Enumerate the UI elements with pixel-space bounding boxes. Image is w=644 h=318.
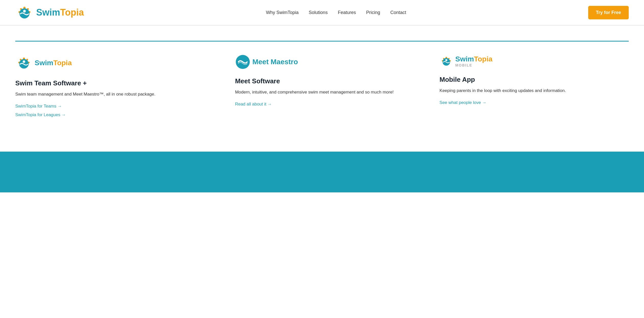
card-mobile-title: Mobile App [439, 76, 629, 84]
swimtopia-leagues-link[interactable]: SwimTopia for Leagues → [15, 112, 205, 117]
nav-links: Why SwimTopia Solutions Features Pricing… [266, 10, 406, 15]
card-swimtopia-description: Swim team management and Meet Maestro™, … [15, 91, 205, 98]
mobile-sublabel: MOBILE [455, 63, 492, 67]
nav-item-solutions[interactable]: Solutions [309, 10, 328, 15]
card-meet-maestro-title: Meet Software [235, 77, 409, 85]
meet-maestro-logo-icon [235, 54, 250, 70]
swimtopia-card-brand: SwimTopia [35, 59, 72, 67]
swimtopia-logo-icon [15, 54, 33, 72]
swimtopia-mobile-brand-text: SwimTopia MOBILE [455, 55, 492, 67]
card-swimtopia: SwimTopia Swim Team Software + Swim team… [15, 41, 220, 131]
cards-grid: SwimTopia Swim Team Software + Swim team… [15, 41, 629, 131]
brand-logo-icon [15, 3, 34, 22]
nav-item-features[interactable]: Features [338, 10, 356, 15]
swimtopia-mobile-logo-icon [439, 54, 453, 68]
svg-point-6 [23, 10, 26, 12]
mobile-love-link[interactable]: See what people love → [439, 100, 629, 105]
nav-item-contact[interactable]: Contact [390, 10, 406, 15]
try-for-free-button[interactable]: Try for Free [588, 6, 629, 19]
card-swimtopia-mobile: SwimTopia MOBILE Mobile App Keeping pare… [424, 41, 629, 131]
brand-logo[interactable]: SwimTopia [15, 3, 84, 22]
nav-item-pricing[interactable]: Pricing [366, 10, 380, 15]
card-swimtopia-title: Swim Team Software + [15, 79, 205, 87]
main-content: SwimTopia Swim Team Software + Swim team… [0, 25, 644, 152]
card-meet-maestro: Meet Maestro Meet Software Modern, intui… [220, 41, 424, 131]
footer-band [0, 152, 644, 192]
swimtopia-teams-link[interactable]: SwimTopia for Teams → [15, 104, 205, 109]
nav-item-why[interactable]: Why SwimTopia [266, 10, 299, 15]
meet-maestro-brand: Meet Maestro [252, 58, 298, 66]
navbar: SwimTopia Why SwimTopia Solutions Featur… [0, 0, 644, 25]
svg-point-13 [23, 60, 25, 63]
svg-point-21 [445, 59, 447, 61]
brand-name: SwimTopia [36, 7, 84, 18]
card-mobile-description: Keeping parents in the loop with excitin… [439, 87, 629, 94]
card-meet-maestro-description: Modern, intuitive, and comprehensive swi… [235, 89, 409, 96]
card-swimtopia-mobile-logo: SwimTopia MOBILE [439, 54, 629, 68]
card-swimtopia-logo: SwimTopia [15, 54, 205, 72]
card-meet-maestro-logo: Meet Maestro [235, 54, 409, 70]
meet-maestro-read-link[interactable]: Read all about it → [235, 102, 409, 107]
